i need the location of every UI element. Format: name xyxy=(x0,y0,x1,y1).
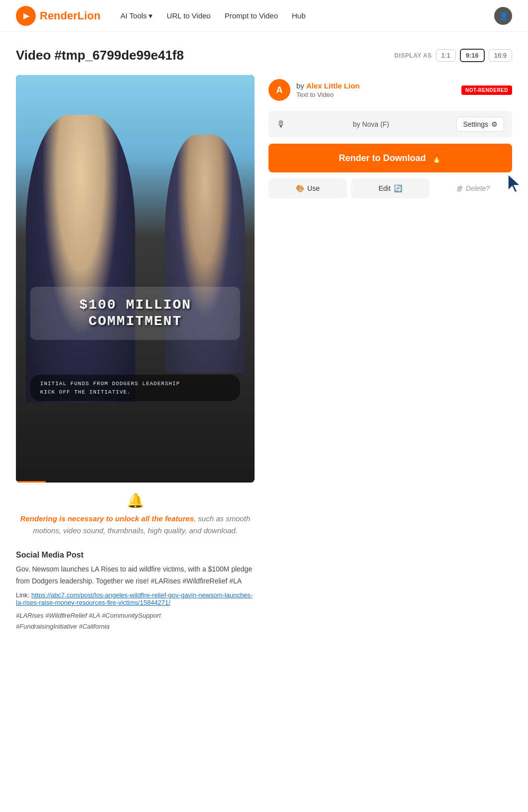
video-column: $100 MILLION COMMITMENT INITIAL FUNDS FR… xyxy=(16,75,255,632)
author-row: A by Alex Little Lion Text to Video NOT-… xyxy=(268,75,512,105)
ratio-16-9-button[interactable]: 16:9 xyxy=(489,49,512,62)
trash-icon: 🗑 xyxy=(456,184,463,192)
author-name: by Alex Little Lion xyxy=(296,81,360,90)
logo[interactable]: RenderLion xyxy=(16,6,100,26)
nav-links: AI Tools ▾ URL to Video Prompt to Video … xyxy=(120,11,494,20)
social-title: Social Media Post xyxy=(16,551,255,560)
social-tags: #LARises #WildfireRelief #LA #CommunityS… xyxy=(16,610,255,632)
delete-button[interactable]: 🗑 Delete? xyxy=(434,178,512,198)
palette-icon: 🎨 xyxy=(296,184,304,192)
render-to-download-button[interactable]: Render to Download 🔥 xyxy=(268,144,512,172)
refresh-icon: 🔄 xyxy=(394,184,402,192)
action-buttons-row: 🎨 Use Edit 🔄 🗑 Delete? xyxy=(268,178,512,198)
ratio-9-16-button[interactable]: 9:16 xyxy=(460,49,485,62)
video-headline: $100 MILLION COMMITMENT xyxy=(44,297,226,330)
not-rendered-badge: NOT-RENDERED xyxy=(461,85,512,95)
logo-text: RenderLion xyxy=(40,9,100,22)
video-headline-overlay: $100 MILLION COMMITMENT xyxy=(30,287,240,340)
nav-ai-tools[interactable]: AI Tools ▾ xyxy=(120,11,153,20)
ratio-1-1-button[interactable]: 1:1 xyxy=(436,49,456,62)
person-left-silhouette xyxy=(26,115,135,403)
main-layout: $100 MILLION COMMITMENT INITIAL FUNDS FR… xyxy=(16,75,512,632)
display-as-controls: DISPLAY AS 1:1 9:16 16:9 xyxy=(394,49,512,62)
social-url[interactable]: https://abc7.com/post/los-angeles-wildfi… xyxy=(16,591,253,606)
header-row: Video #tmp_6799de99e41f8 DISPLAY AS 1:1 … xyxy=(16,48,512,63)
page-title: Video #tmp_6799de99e41f8 xyxy=(16,48,184,63)
video-preview[interactable]: $100 MILLION COMMITMENT INITIAL FUNDS FR… xyxy=(16,75,255,483)
video-subtext-overlay: INITIAL FUNDS FROM DODGERS LEADERSHIPKIC… xyxy=(30,375,240,401)
dropdown-chevron-icon: ▾ xyxy=(149,11,153,20)
settings-button[interactable]: Settings ⚙ xyxy=(456,117,504,132)
use-button[interactable]: 🎨 Use xyxy=(268,178,347,198)
author-type: Text to Video xyxy=(296,91,360,98)
render-section: Render to Download 🔥 xyxy=(268,144,512,172)
social-link-row: Link: https://abc7.com/post/los-angeles-… xyxy=(16,591,255,606)
edit-button[interactable]: Edit 🔄 xyxy=(351,178,430,198)
page-content: Video #tmp_6799de99e41f8 DISPLAY AS 1:1 … xyxy=(0,32,528,648)
video-subtext: INITIAL FUNDS FROM DODGERS LEADERSHIPKIC… xyxy=(40,380,230,396)
voice-label: by Nova (F) xyxy=(289,120,452,128)
user-avatar[interactable]: 👤 xyxy=(494,7,512,25)
voice-row: 🎙 by Nova (F) Settings ⚙ xyxy=(268,111,512,138)
video-background: $100 MILLION COMMITMENT INITIAL FUNDS FR… xyxy=(16,75,255,483)
right-panel: A by Alex Little Lion Text to Video NOT-… xyxy=(268,75,512,198)
display-as-label: DISPLAY AS xyxy=(394,52,432,59)
nav-hub[interactable]: Hub xyxy=(292,11,306,20)
gear-icon: ⚙ xyxy=(491,120,498,128)
social-section: Social Media Post Gov. Newsom launches L… xyxy=(16,551,255,632)
author-avatar: A xyxy=(268,79,290,101)
nav-prompt-to-video[interactable]: Prompt to Video xyxy=(225,11,278,20)
bell-icon: 🔔 xyxy=(127,493,144,508)
video-progress-bar xyxy=(16,481,46,483)
navbar: RenderLion AI Tools ▾ URL to Video Promp… xyxy=(0,0,528,32)
rendering-notice: Rendering is necessary to unlock all the… xyxy=(16,513,255,537)
author-details: by Alex Little Lion Text to Video xyxy=(296,81,360,98)
bell-row: 🔔 xyxy=(16,492,255,509)
microphone-icon: 🎙 xyxy=(276,119,285,130)
fire-icon: 🔥 xyxy=(431,153,442,163)
nav-url-to-video[interactable]: URL to Video xyxy=(167,11,210,20)
author-info: A by Alex Little Lion Text to Video xyxy=(268,79,360,101)
below-video-section: 🔔 Rendering is necessary to unlock all t… xyxy=(16,492,255,632)
logo-icon xyxy=(16,6,36,26)
rendering-notice-bold: Rendering is necessary to unlock all the… xyxy=(20,514,194,523)
social-text: Gov. Newsom launches LA Rises to aid wil… xyxy=(16,564,255,587)
